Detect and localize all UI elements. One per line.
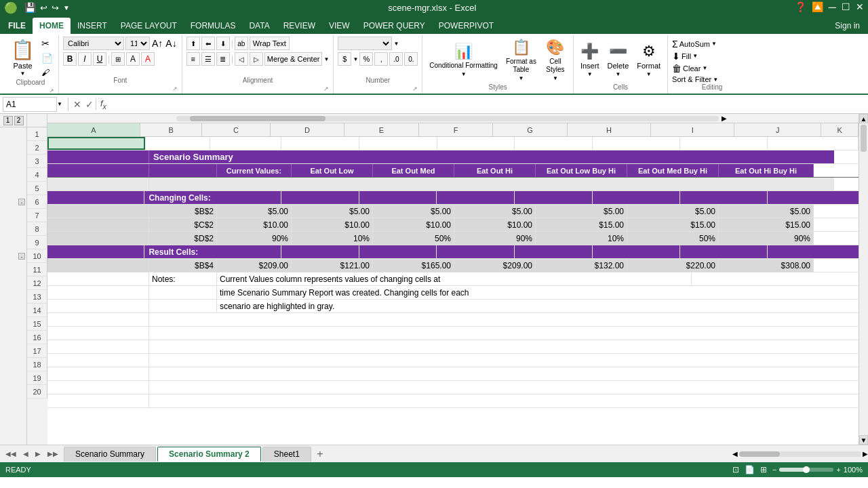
cell-E10[interactable]: $165.00 — [373, 259, 454, 272]
fill-btn[interactable]: Fill — [682, 52, 691, 60]
cell-I10[interactable]: $308.00 — [719, 259, 814, 272]
comma-btn[interactable]: , — [374, 52, 388, 66]
cell-E9[interactable] — [359, 245, 437, 258]
cell-F8[interactable]: 90% — [454, 232, 536, 245]
prev-sheet-btn2[interactable]: ◀ — [20, 449, 31, 459]
cell-D9[interactable] — [281, 245, 359, 258]
cell-E3[interactable]: Eat Out Med — [373, 164, 454, 177]
cell-H9[interactable] — [593, 245, 680, 258]
number-launcher[interactable]: ↗ — [338, 85, 418, 92]
cell-D10[interactable]: $121.00 — [292, 259, 373, 272]
cell-F5[interactable] — [437, 191, 515, 204]
cancel-icon[interactable]: ✕ — [71, 99, 83, 110]
conditional-formatting-btn[interactable]: 📊 Conditional Formatting ▼ — [427, 41, 500, 79]
wrap-text-btn[interactable]: Wrap Text — [250, 37, 290, 50]
cell-B8[interactable]: $D$2 — [149, 232, 217, 245]
format-btn[interactable]: ⚙ Format ▼ — [634, 41, 663, 79]
cell-D1[interactable] — [281, 137, 359, 150]
decrease-decimal-btn[interactable]: 0. — [404, 52, 418, 66]
cell-A3[interactable] — [47, 164, 149, 177]
sort-filter-btn[interactable]: Sort & Filter — [672, 75, 711, 83]
insert-btn[interactable]: ➕ Insert ▼ — [578, 41, 602, 79]
cell-E6[interactable]: $5.00 — [373, 205, 454, 218]
cell-B6[interactable]: $B$2 — [149, 205, 217, 218]
cell-D8[interactable]: 10% — [292, 232, 373, 245]
italic-btn[interactable]: I — [78, 52, 92, 66]
col-header-B[interactable]: B — [140, 123, 202, 136]
scroll-down-btn[interactable]: ▼ — [859, 435, 868, 445]
prev-sheet-btn[interactable]: ◀◀ — [3, 449, 19, 459]
percent-btn[interactable]: % — [359, 52, 373, 66]
clear-btn[interactable]: Clear — [683, 64, 701, 73]
hscroll-left[interactable]: ◀ — [732, 450, 738, 458]
cell-G1[interactable] — [515, 137, 593, 150]
add-sheet-btn[interactable]: + — [313, 447, 328, 462]
cell-A2[interactable] — [47, 150, 149, 163]
tab-scenario-summary-2[interactable]: Scenario Summary 2 — [157, 447, 261, 462]
cell-H6[interactable]: $5.00 — [627, 205, 719, 218]
col-header-F[interactable]: F — [419, 123, 494, 136]
cell-B1[interactable] — [145, 137, 210, 150]
align-bottom-btn[interactable]: ⬇ — [216, 37, 230, 50]
cell-B10[interactable]: $B$4 — [149, 259, 217, 272]
cell-H8[interactable]: 50% — [627, 232, 719, 245]
cell-J5[interactable] — [768, 191, 859, 204]
cell-C12[interactable]: time Scenario Summary Report was created… — [217, 286, 692, 299]
cell-A5[interactable] — [47, 191, 144, 204]
zoom-in-btn[interactable]: + — [836, 466, 840, 474]
cell-G6[interactable]: $5.00 — [536, 205, 627, 218]
outline-level-1[interactable]: 1 — [3, 116, 13, 125]
zoom-out-btn[interactable]: − — [772, 466, 776, 474]
cell-A9[interactable] — [47, 245, 144, 258]
normal-view-btn[interactable]: ⊡ — [732, 465, 739, 474]
merge-dropdown[interactable]: ▼ — [323, 56, 329, 62]
borders-btn[interactable]: ⊞ — [111, 52, 125, 66]
sort-filter-dropdown[interactable]: ▼ — [713, 77, 718, 83]
window-close-btn[interactable]: ✕ — [856, 1, 864, 14]
cell-F9[interactable] — [437, 245, 515, 258]
align-center-btn[interactable]: ☰ — [201, 52, 215, 66]
tab-data[interactable]: DATA — [242, 18, 276, 34]
autosum-dropdown[interactable]: ▼ — [711, 41, 717, 47]
align-right-btn[interactable]: ≣ — [216, 52, 230, 66]
cell-D7[interactable]: $10.00 — [292, 218, 373, 231]
cell-F6[interactable]: $5.00 — [454, 205, 536, 218]
orientation-btn[interactable]: ab — [235, 37, 248, 50]
merge-center-btn[interactable]: Merge & Center — [264, 52, 323, 66]
row-group-collapse-btn[interactable]: - — [18, 199, 25, 205]
cell-A12[interactable] — [47, 286, 149, 299]
format-painter-button[interactable]: 🖌 — [40, 66, 54, 79]
tab-powerpivot[interactable]: POWERPIVOT — [432, 18, 500, 34]
cell-G10[interactable]: $132.00 — [536, 259, 627, 272]
cell-C11[interactable]: Current Values column represents values … — [217, 272, 692, 285]
cell-E8[interactable]: 50% — [373, 232, 454, 245]
tab-insert[interactable]: INSERT — [71, 18, 114, 34]
cell-A13[interactable] — [47, 300, 149, 312]
clear-dropdown[interactable]: ▼ — [702, 65, 707, 71]
qat-redo[interactable]: ↪ — [52, 3, 59, 13]
cell-J1[interactable] — [768, 137, 859, 150]
col-header-A[interactable]: A — [47, 123, 140, 136]
sign-in-link[interactable]: Sign in — [828, 18, 867, 34]
page-break-view-btn[interactable]: ⊞ — [760, 465, 767, 474]
cell-F3[interactable]: Eat Out Hi — [454, 164, 536, 177]
cell-C6[interactable]: $5.00 — [217, 205, 292, 218]
qat-undo[interactable]: ↩ — [40, 3, 47, 13]
delete-btn[interactable]: ➖ Delete ▼ — [604, 41, 631, 79]
paste-button[interactable]: 📋 Paste ▼ — [7, 37, 39, 78]
cell-A8[interactable] — [47, 232, 149, 245]
align-middle-btn[interactable]: ⬅ — [201, 37, 215, 50]
cell-I5[interactable] — [680, 191, 768, 204]
underline-btn[interactable]: U — [93, 52, 106, 66]
increase-decimal-btn[interactable]: .0 — [389, 52, 403, 66]
cell-H5[interactable] — [593, 191, 680, 204]
col-header-D[interactable]: D — [271, 123, 345, 136]
cell-G3[interactable]: Eat Out Low Buy Hi — [536, 164, 627, 177]
cell-B3[interactable] — [149, 164, 217, 177]
outline-level-2[interactable]: 2 — [14, 116, 24, 125]
cell-B13[interactable] — [149, 300, 217, 312]
cell-F7[interactable]: $10.00 — [454, 218, 536, 231]
hscroll-right[interactable]: ▶ — [863, 450, 868, 458]
insert-function-icon[interactable]: fx — [96, 98, 111, 110]
cell-styles-btn[interactable]: 🎨 CellStyles ▼ — [542, 37, 569, 83]
